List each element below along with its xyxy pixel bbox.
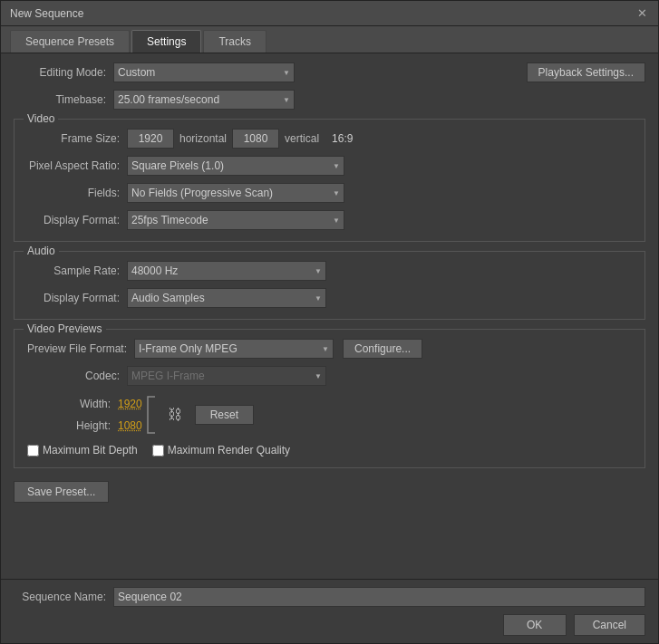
- video-display-format-select-wrapper: 25fps Timecode: [127, 210, 344, 230]
- fields-select[interactable]: No Fields (Progressive Scan): [127, 183, 344, 203]
- close-button[interactable]: ✕: [635, 6, 649, 20]
- tabs-row: Sequence Presets Settings Tracks: [1, 26, 658, 53]
- preview-file-format-select[interactable]: I-Frame Only MPEG: [134, 339, 334, 359]
- vertical-label: vertical: [285, 132, 319, 145]
- link-bracket-icon: [146, 395, 164, 435]
- save-preset-container: Save Preset...: [14, 481, 645, 503]
- pixel-aspect-ratio-label: Pixel Aspect Ratio:: [27, 159, 127, 172]
- max-bit-depth-label: Maximum Bit Depth: [43, 444, 138, 457]
- codec-select: MPEG I-Frame: [127, 366, 326, 386]
- width-height-row: Width: 1920 Height: 1080 ⛓ Reset: [27, 393, 632, 437]
- tab-tracks[interactable]: Tracks: [203, 30, 267, 53]
- bottom-bar: Sequence Name: OK Cancel: [1, 579, 658, 643]
- video-display-format-select[interactable]: 25fps Timecode: [127, 210, 344, 230]
- max-render-quality-checkbox[interactable]: [152, 445, 164, 457]
- audio-display-format-select-wrapper: Audio Samples: [127, 288, 326, 308]
- audio-display-format-label: Display Format:: [27, 292, 127, 304]
- reset-button[interactable]: Reset: [195, 405, 254, 425]
- editing-mode-label: Editing Mode:: [14, 66, 113, 79]
- fields-label: Fields:: [27, 187, 127, 199]
- audio-section: Audio Sample Rate: 48000 Hz Display Form…: [14, 251, 645, 320]
- width-row: Width: 1920: [27, 393, 142, 415]
- sample-rate-label: Sample Rate:: [27, 264, 127, 277]
- timebase-row: Timebase: 25.00 frames/second: [14, 90, 645, 110]
- width-value[interactable]: 1920: [118, 398, 142, 410]
- pixel-aspect-ratio-row: Pixel Aspect Ratio: Square Pixels (1.0): [27, 156, 632, 176]
- timebase-label: Timebase:: [14, 93, 113, 106]
- timebase-select[interactable]: 25.00 frames/second: [113, 90, 295, 110]
- new-sequence-dialog: New Sequence ✕ Sequence Presets Settings…: [0, 0, 659, 644]
- tab-settings[interactable]: Settings: [131, 30, 201, 53]
- height-value[interactable]: 1080: [118, 419, 142, 432]
- frame-height-input[interactable]: [232, 129, 279, 149]
- tab-sequence-presets[interactable]: Sequence Presets: [10, 30, 130, 53]
- preview-file-format-row: Preview File Format: I-Frame Only MPEG C…: [27, 339, 632, 359]
- video-section: Video Frame Size: horizontal vertical 16…: [14, 119, 645, 242]
- codec-select-wrapper: MPEG I-Frame: [127, 366, 326, 386]
- save-preset-button[interactable]: Save Preset...: [14, 481, 109, 503]
- playback-settings-button[interactable]: Playback Settings...: [527, 62, 645, 82]
- aspect-lock-icon[interactable]: ⛓: [168, 407, 182, 423]
- max-bit-depth-checkbox[interactable]: [27, 445, 39, 457]
- audio-display-format-select[interactable]: Audio Samples: [127, 288, 326, 308]
- audio-display-format-row: Display Format: Audio Samples: [27, 288, 632, 308]
- max-render-quality-label: Maximum Render Quality: [168, 444, 290, 457]
- frame-width-input[interactable]: [127, 129, 174, 149]
- preview-file-format-select-wrapper: I-Frame Only MPEG: [134, 339, 334, 359]
- codec-row: Codec: MPEG I-Frame: [27, 366, 632, 386]
- sample-rate-row: Sample Rate: 48000 Hz: [27, 261, 632, 281]
- pixel-aspect-ratio-select[interactable]: Square Pixels (1.0): [127, 156, 344, 176]
- video-previews-title: Video Previews: [24, 322, 106, 335]
- fields-select-wrapper: No Fields (Progressive Scan): [127, 183, 344, 203]
- preview-options-row: Maximum Bit Depth Maximum Render Quality: [27, 444, 632, 457]
- frame-size-row: Frame Size: horizontal vertical 16:9: [27, 129, 632, 149]
- width-label: Width:: [27, 398, 118, 410]
- configure-button[interactable]: Configure...: [343, 339, 422, 359]
- title-bar: New Sequence ✕: [1, 1, 658, 26]
- preview-file-format-label: Preview File Format:: [27, 342, 134, 355]
- sequence-name-label: Sequence Name:: [14, 591, 113, 603]
- wh-inputs-container: Width: 1920 Height: 1080: [27, 393, 142, 437]
- editing-mode-select[interactable]: Custom: [113, 62, 295, 82]
- max-bit-depth-checkbox-label[interactable]: Maximum Bit Depth: [27, 444, 138, 457]
- video-display-format-label: Display Format:: [27, 214, 127, 226]
- cancel-button[interactable]: Cancel: [574, 614, 645, 636]
- timebase-select-wrapper: 25.00 frames/second: [113, 90, 295, 110]
- aspect-ratio-label: 16:9: [332, 132, 353, 145]
- dialog-buttons: OK Cancel: [14, 614, 645, 636]
- sequence-name-row: Sequence Name:: [14, 587, 645, 607]
- video-previews-section: Video Previews Preview File Format: I-Fr…: [14, 329, 645, 468]
- height-label: Height:: [27, 419, 118, 432]
- max-render-quality-checkbox-label[interactable]: Maximum Render Quality: [152, 444, 290, 457]
- fields-row: Fields: No Fields (Progressive Scan): [27, 183, 632, 203]
- audio-section-title: Audio: [24, 245, 59, 257]
- codec-label: Codec:: [27, 370, 127, 382]
- video-section-title: Video: [24, 112, 58, 125]
- editing-mode-field: Editing Mode: Custom: [14, 62, 518, 82]
- height-row: Height: 1080: [27, 415, 142, 437]
- video-display-format-row: Display Format: 25fps Timecode: [27, 210, 632, 230]
- sample-rate-select-wrapper: 48000 Hz: [127, 261, 326, 281]
- sequence-name-input[interactable]: [113, 587, 645, 607]
- editing-mode-select-wrapper: Custom: [113, 62, 295, 82]
- sample-rate-select[interactable]: 48000 Hz: [127, 261, 326, 281]
- editing-mode-row: Editing Mode: Custom Playback Settings..…: [14, 62, 645, 82]
- horizontal-label: horizontal: [179, 132, 227, 145]
- dialog-title: New Sequence: [10, 7, 83, 20]
- content-area: Editing Mode: Custom Playback Settings..…: [1, 53, 658, 579]
- ok-button[interactable]: OK: [503, 614, 567, 636]
- pixel-aspect-ratio-select-wrapper: Square Pixels (1.0): [127, 156, 344, 176]
- frame-size-label: Frame Size:: [27, 132, 127, 145]
